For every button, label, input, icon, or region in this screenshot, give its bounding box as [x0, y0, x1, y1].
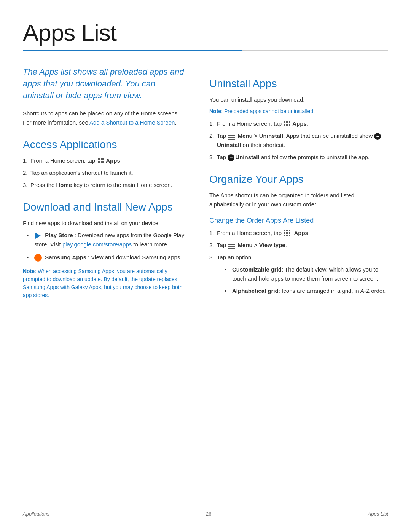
svg-rect-11: [102, 161, 104, 162]
page-title: Apps List: [23, 19, 388, 46]
svg-rect-45: [286, 233, 287, 234]
apps-grid-icon-3: [284, 230, 292, 237]
shortcuts-text: Shortcuts to apps can be placed on any o…: [23, 109, 186, 127]
play-store-label: Play Store: [45, 232, 73, 238]
uninstall-title: Uninstall Apps: [209, 78, 388, 90]
shortcuts-link[interactable]: Add a Shortcut to a Home Screen: [89, 119, 175, 126]
svg-marker-16: [35, 233, 41, 239]
play-store-icon: [34, 232, 42, 240]
uninstall-intro: You can uninstall apps you download.: [209, 95, 388, 104]
download-item-1: Play Store : Download new apps from the …: [27, 231, 186, 249]
right-column: Uninstall Apps You can uninstall apps yo…: [209, 66, 388, 303]
apps-bold-1: Apps: [106, 157, 120, 164]
svg-rect-0: [98, 158, 99, 159]
svg-rect-36: [284, 230, 285, 231]
menu-icon-2: [228, 243, 235, 248]
footer-page-number: 26: [206, 511, 211, 517]
svg-rect-2: [101, 158, 102, 159]
footer-left: Applications: [23, 511, 49, 517]
svg-rect-51: [289, 235, 290, 236]
svg-rect-26: [286, 124, 287, 125]
step-uninstall-3: Tap Uninstall and follow the prompts to …: [209, 153, 388, 162]
svg-rect-52: [228, 244, 235, 245]
svg-rect-9: [99, 161, 100, 162]
svg-rect-43: [289, 232, 290, 233]
svg-rect-44: [284, 233, 285, 234]
svg-rect-13: [99, 162, 100, 163]
organize-steps: From a Home screen, tap: [209, 228, 388, 296]
svg-rect-7: [102, 159, 104, 160]
svg-rect-23: [287, 122, 288, 123]
svg-rect-42: [287, 232, 288, 233]
option-alphabetical: Alphabetical grid: Icons are arranged in…: [225, 286, 388, 296]
svg-rect-28: [289, 124, 290, 125]
svg-rect-6: [101, 159, 102, 160]
change-order-title: Change the Order Apps Are Listed: [209, 217, 388, 225]
svg-rect-21: [284, 122, 285, 123]
svg-rect-27: [287, 124, 288, 125]
svg-rect-53: [228, 246, 235, 248]
apps-grid-icon-1: [97, 157, 105, 165]
organize-title: Organize Your Apps: [209, 173, 388, 185]
apps-bold-2: Apps: [292, 120, 307, 127]
menu-icon-1: [228, 134, 235, 139]
title-divider: [23, 50, 388, 51]
svg-rect-4: [98, 159, 99, 160]
download-list: Play Store : Download new apps from the …: [23, 231, 186, 262]
svg-rect-24: [289, 122, 290, 123]
svg-rect-38: [287, 230, 288, 231]
svg-rect-32: [289, 125, 290, 126]
step-organize-2: Tap Menu > View type.: [209, 241, 388, 250]
svg-rect-40: [284, 232, 285, 233]
svg-rect-5: [99, 159, 100, 160]
svg-rect-54: [228, 248, 235, 249]
svg-rect-39: [289, 230, 290, 231]
svg-rect-35: [228, 139, 235, 140]
download-note: Note: When accessing Samsung Apps, you a…: [23, 267, 186, 299]
step-access-1: From a Home screen, tap: [23, 156, 186, 165]
svg-rect-12: [98, 162, 99, 163]
svg-rect-50: [287, 235, 288, 236]
organize-options: Customizable grid: The default view, whi…: [217, 265, 388, 296]
svg-rect-33: [228, 135, 235, 136]
svg-rect-3: [102, 158, 104, 159]
svg-rect-29: [284, 125, 285, 126]
svg-rect-17: [284, 121, 285, 122]
step-organize-1: From a Home screen, tap: [209, 228, 388, 238]
svg-rect-48: [284, 235, 285, 236]
svg-rect-19: [287, 121, 288, 122]
svg-rect-34: [228, 137, 235, 138]
step-access-3: Press the Home key to return to the main…: [23, 181, 186, 190]
svg-rect-25: [284, 124, 285, 125]
download-intro: Find new apps to download and install on…: [23, 219, 186, 228]
uninstall-steps: From a Home screen, tap: [209, 119, 388, 162]
samsung-icon: [34, 254, 42, 262]
svg-rect-14: [101, 162, 102, 163]
svg-rect-41: [286, 232, 287, 233]
svg-rect-10: [101, 161, 102, 162]
svg-rect-30: [286, 125, 287, 126]
step-uninstall-2: Tap Menu > Uninstall. Apps that can be u…: [209, 131, 388, 150]
svg-rect-18: [286, 121, 287, 122]
step-organize-3: Tap an option: Customizable grid: The de…: [209, 253, 388, 296]
organize-intro: The Apps shortcuts can be organized in f…: [209, 191, 388, 209]
step-access-2: Tap an application's shortcut to launch …: [23, 168, 186, 177]
option-customizable: Customizable grid: The default view, whi…: [225, 265, 388, 283]
download-title: Download and Install New Apps: [23, 201, 186, 213]
svg-rect-8: [98, 161, 99, 162]
access-applications-title: Access Applications: [23, 139, 186, 151]
svg-rect-20: [289, 121, 290, 122]
apps-grid-icon-2: [284, 120, 292, 128]
svg-rect-46: [287, 233, 288, 234]
svg-rect-47: [289, 233, 290, 234]
step-uninstall-1: From a Home screen, tap: [209, 119, 388, 128]
intro-text: The Apps list shows all preloaded apps a…: [23, 66, 186, 101]
svg-rect-1: [99, 158, 100, 159]
uninstall-circle-icon-1: [374, 133, 381, 140]
svg-rect-22: [286, 122, 287, 123]
footer: Applications 26 Apps List: [0, 506, 411, 517]
svg-rect-31: [287, 125, 288, 126]
play-store-link[interactable]: play.google.com/store/apps: [62, 241, 132, 248]
left-column: The Apps list shows all preloaded apps a…: [23, 66, 186, 303]
main-content: The Apps list shows all preloaded apps a…: [23, 66, 388, 303]
